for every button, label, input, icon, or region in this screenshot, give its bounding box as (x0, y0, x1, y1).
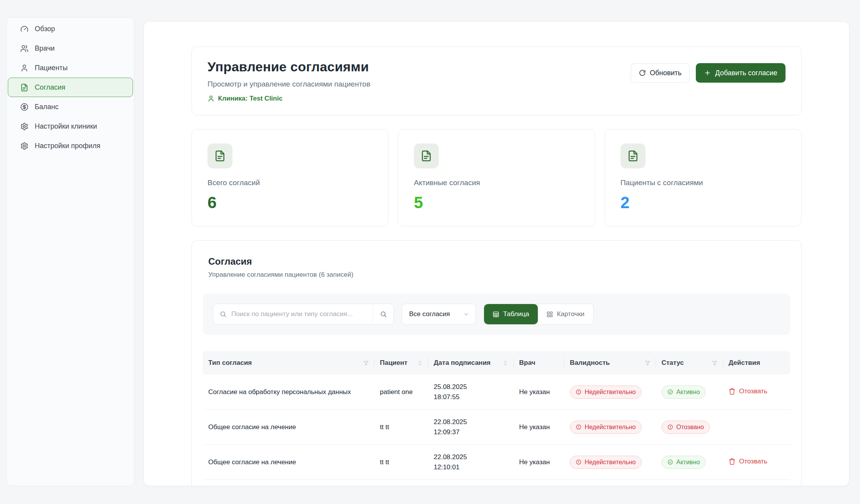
refresh-button-label: Обновить (650, 69, 682, 77)
consents-section: Согласия Управление согласиями пациентов… (192, 240, 801, 486)
sidebar-item-clinic-settings[interactable]: Настройки клиники (8, 117, 133, 136)
sidebar-item-consents[interactable]: Согласия (8, 78, 133, 97)
table-row: Общее согласие на лечение tt tt 22.08.20… (203, 410, 790, 445)
cell-status: Активно (656, 380, 723, 404)
sidebar-item-label: Пациенты (35, 64, 67, 72)
table-row: Согласие на обработку персональных данны… (203, 375, 790, 410)
search-button[interactable] (372, 304, 394, 324)
gauge-icon (20, 25, 28, 33)
cell-patient: patient one (374, 383, 428, 401)
cards-view-icon (546, 311, 553, 318)
sidebar-item-doctors[interactable]: Врачи (8, 39, 133, 58)
sidebar-item-patients[interactable]: Пациенты (8, 58, 133, 78)
refresh-button[interactable]: Обновить (631, 63, 690, 83)
revoke-button[interactable]: Отозвать (729, 458, 767, 465)
cell-signed-date: 22.08.2025 12:10:01 (428, 447, 514, 478)
column-header-type[interactable]: Тип согласия (203, 351, 374, 375)
column-header-date[interactable]: Дата подписания (428, 351, 514, 375)
cell-validity: Недействительно (564, 380, 656, 404)
add-consent-button-label: Добавить согласие (715, 69, 777, 77)
alert-circle-icon (667, 424, 673, 430)
validity-badge: Недействительно (570, 421, 642, 434)
view-toggle-cards-label: Карточки (557, 310, 585, 318)
check-circle-icon (667, 459, 673, 465)
balance-icon (20, 103, 28, 111)
filter-icon[interactable] (712, 360, 718, 366)
filter-icon[interactable] (645, 360, 651, 366)
main-content: Управление согласиями Просмотр и управле… (144, 21, 849, 486)
view-toggle-table-label: Таблица (503, 310, 529, 318)
column-header-patient[interactable]: Пациент (374, 351, 428, 375)
consent-filter-value: Все согласия (409, 310, 450, 318)
status-badge: Отозвано (661, 421, 710, 434)
status-badge: Активно (661, 456, 706, 469)
validity-badge: Недействительно (570, 386, 642, 399)
doctors-icon (20, 44, 28, 53)
trash-icon (729, 388, 736, 395)
revoke-button[interactable]: Отозвать (729, 387, 767, 395)
stat-card-total: Всего согласий 6 (192, 129, 388, 226)
app-window: Обзор Врачи Пациенты Согласия Баланс Нас… (0, 0, 860, 504)
table-toolbar: Все согласия Таблица Карточки (203, 294, 790, 335)
column-header-status[interactable]: Статус (656, 351, 723, 375)
cell-status: Отозвано (656, 415, 723, 439)
clinic-line: Клиника: Test Clinic (207, 95, 371, 103)
table-view-icon (493, 311, 499, 318)
page-header-card: Управление согласиями Просмотр и управле… (192, 46, 801, 115)
add-consent-button[interactable]: Добавить согласие (696, 63, 786, 83)
sidebar: Обзор Врачи Пациенты Согласия Баланс Нас… (6, 17, 135, 486)
trash-icon (729, 458, 736, 465)
stat-value: 6 (207, 193, 372, 212)
sidebar-item-label: Баланс (35, 103, 59, 111)
stat-icon-tile (207, 143, 232, 168)
cell-actions: Отозвать (723, 452, 790, 472)
search-icon (380, 311, 387, 318)
stat-card-active: Активные согласия 5 (398, 129, 595, 226)
cell-patient: tt tt (374, 418, 428, 437)
cell-validity: Недействительно (564, 415, 656, 439)
check-circle-icon (667, 389, 673, 395)
cell-consent-type: Общее согласие на лечение (203, 453, 374, 472)
cell-validity: Недействительно (564, 450, 656, 474)
sidebar-item-balance[interactable]: Баланс (8, 97, 133, 117)
plus-icon (704, 69, 711, 76)
view-toggle-cards[interactable]: Карточки (538, 304, 593, 324)
view-toggle: Таблица Карточки (484, 304, 594, 325)
search-box (213, 304, 394, 325)
alert-circle-icon (576, 424, 582, 430)
chevron-down-icon (463, 311, 469, 317)
filter-icon[interactable] (363, 360, 369, 366)
cell-actions (723, 422, 790, 433)
user-icon (207, 95, 215, 102)
page-title: Управление согласиями (207, 59, 371, 74)
cell-doctor: Не указан (514, 453, 564, 472)
cell-doctor: Не указан (514, 418, 564, 437)
patients-icon (20, 64, 28, 72)
sidebar-item-overview[interactable]: Обзор (8, 19, 133, 39)
cell-doctor: Не указан (514, 383, 564, 401)
stat-value: 2 (621, 193, 786, 212)
consents-icon (214, 150, 226, 162)
stat-cards: Всего согласий 6 Активные согласия 5 Пац… (192, 129, 801, 226)
refresh-icon (639, 69, 646, 76)
consent-filter-select[interactable]: Все согласия (402, 304, 476, 325)
stat-icon-tile (414, 143, 439, 168)
table-row: Общее согласие на лечение tt tt 22.08.20… (203, 445, 790, 480)
section-title: Согласия (203, 256, 790, 267)
validity-badge: Недействительно (570, 456, 642, 469)
search-input[interactable] (227, 304, 372, 324)
sidebar-item-label: Настройки клиники (35, 122, 97, 131)
sidebar-item-profile-settings[interactable]: Настройки профиля (8, 136, 133, 156)
consents-icon (420, 150, 432, 162)
view-toggle-table[interactable]: Таблица (484, 304, 538, 324)
cell-consent-type: Согласие на обработку персональных данны… (203, 383, 374, 401)
column-header-doctor: Врач (514, 351, 564, 375)
stat-label: Активные согласия (414, 179, 579, 187)
section-subtitle: Управление согласиями пациентов (6 запис… (203, 271, 790, 279)
table-row: 22.08.2025 Недействительно Активно (203, 480, 790, 486)
column-header-validity[interactable]: Валидность (564, 351, 656, 375)
sort-icon[interactable] (417, 360, 423, 366)
header-actions: Обновить Добавить согласие (631, 63, 786, 83)
sort-icon[interactable] (502, 360, 508, 366)
gear-icon (20, 122, 28, 131)
